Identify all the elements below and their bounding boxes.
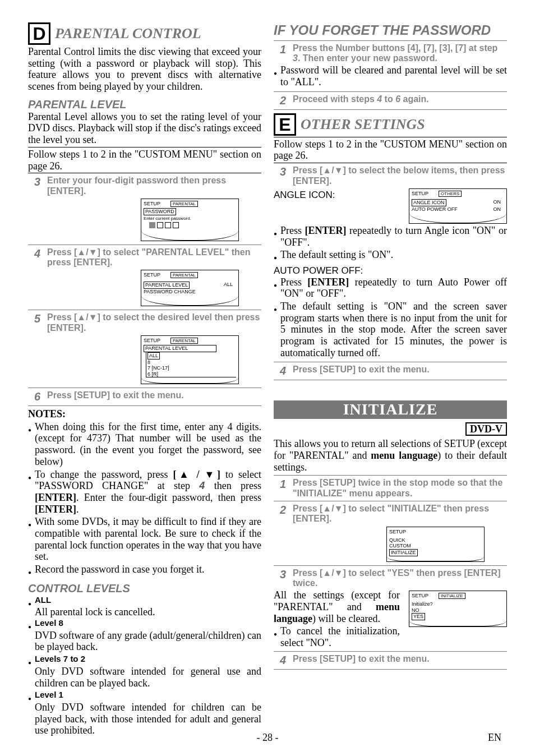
angle-icon-bullet: Press [ENTER] repeatedly to turn Angle i… — [274, 225, 507, 249]
section-e-letter: E — [274, 113, 296, 136]
step-5-number: 5 — [28, 312, 40, 333]
step-6-number: 6 — [28, 390, 40, 403]
init-step-2-number: 2 — [274, 504, 286, 524]
screen-row: Enter current password. — [144, 216, 236, 221]
forget-step-1-number: 1 — [274, 43, 286, 64]
init-step-1-number: 1 — [274, 478, 286, 499]
notes-heading: NOTES: — [28, 408, 261, 420]
follow-steps-d: Follow steps 1 to 2 in the "CUSTOM MENU"… — [28, 149, 261, 172]
screen-tab: SETUP — [412, 593, 428, 599]
section-d-title: PARENTAL CONTROL — [55, 25, 201, 42]
e-step-4-text: Press [SETUP] to exit the menu. — [293, 365, 507, 377]
control-levels-heading: CONTROL LEVELS — [28, 582, 261, 595]
screen-option: 7 [NC-17] — [147, 365, 236, 371]
init-cancel-bullet: To cancel the initialization, select "NO… — [274, 625, 400, 648]
screen-tab: PARENTAL — [170, 338, 198, 344]
screen-option: INITIALIZE — [389, 549, 418, 556]
forget-password-heading: IF YOU FORGET THE PASSWORD — [274, 22, 507, 38]
screen-option: YES — [412, 613, 425, 620]
screen-tab: SETUP — [412, 191, 428, 197]
left-column: D PARENTAL CONTROL Parental Control limi… — [28, 22, 261, 737]
angle-icon-bullet: The default setting is "ON". — [274, 249, 507, 262]
dvd-v-tag: DVD-V — [465, 422, 507, 436]
right-column: IF YOU FORGET THE PASSWORD 1 Press the N… — [274, 22, 507, 737]
screen-option: 6 [R] — [147, 371, 236, 377]
page-footer: - 28 - EN — [0, 732, 535, 744]
step-5-text: Press [▲/▼] to select the desired level … — [47, 312, 261, 333]
step-4-number: 4 — [28, 247, 40, 268]
forget-bullet: Password will be cleared and parental le… — [274, 64, 507, 89]
e-step-4-number: 4 — [274, 365, 286, 377]
screen-value: ALL — [224, 282, 233, 289]
init-step-2-text: Press [▲/▼] to select "INITIALIZE" then … — [293, 504, 507, 524]
apo-bullet: The default setting is "ON" and the scre… — [274, 301, 507, 359]
screen-option: 8 — [147, 359, 236, 365]
initialize-intro: This allows you to return all selections… — [274, 438, 507, 473]
screen-row: ANGLE ICON — [412, 199, 446, 206]
section-e-title: OTHER SETTINGS — [301, 116, 425, 133]
note-item: When doing this for the first time, ente… — [28, 421, 261, 469]
screen-tab: PARENTAL — [170, 272, 198, 278]
forget-step-2-number: 2 — [274, 94, 286, 107]
screen-row: PASSWORD CHANGE — [144, 289, 196, 295]
screen-option: ALL — [147, 352, 160, 359]
screen-tab: SETUP — [389, 529, 406, 535]
e-step-3-text: Press [▲/▼] to select the below items, t… — [293, 165, 507, 186]
control-level-item: Levels 7 to 2 Only DVD software intended… — [28, 654, 261, 689]
follow-steps-e: Follow steps 1 to 2 in the "CUSTOM MENU"… — [274, 139, 507, 162]
parental-intro: Parental Control limits the disc viewing… — [28, 46, 261, 93]
section-d-letter: D — [28, 22, 50, 45]
screen-level-select: SETUP PARENTAL PARENTAL LEVEL ALL 8 7 [N… — [141, 335, 239, 384]
control-level-item: Level 8 DVD software of any grade (adult… — [28, 618, 261, 653]
init-result: All the settings (except for "PARENTAL" … — [274, 589, 400, 624]
screen-initialize-menu: SETUP QUICK CUSTOM INITIALIZE — [386, 527, 485, 562]
control-level-item: ALL All parental lock is cancelled. — [28, 595, 261, 618]
note-item: With some DVDs, it may be difficult to f… — [28, 516, 261, 564]
screen-value: ON — [494, 199, 501, 206]
init-step-3-number: 3 — [274, 568, 286, 589]
screen-parental-level: SETUP PARENTAL PARENTAL LEVELALL PASSWOR… — [141, 270, 239, 306]
parental-level-intro: Parental Level allows you to set the rat… — [28, 111, 261, 146]
init-step-4-text: Press [SETUP] to exit the menu. — [293, 654, 507, 667]
e-step-3-number: 3 — [274, 165, 286, 186]
screen-tab: SETUP — [144, 338, 160, 344]
screen-tab: SETUP — [144, 201, 160, 207]
apo-bullet: Press [ENTER] repeatedly to turn Auto Po… — [274, 276, 507, 301]
step-6-text: Press [SETUP] to exit the menu. — [47, 390, 261, 403]
screen-tab: OTHERS — [439, 191, 462, 197]
screen-row: Initialize? — [412, 601, 504, 607]
screen-row: PARENTAL LEVEL — [144, 345, 216, 352]
control-level-item: Level 1 Only DVD software intended for c… — [28, 690, 261, 736]
screen-row: PASSWORD — [144, 208, 176, 215]
initialize-banner: INITIALIZE — [274, 400, 507, 418]
screen-tab: PARENTAL — [170, 201, 198, 207]
screen-initialize-confirm: SETUP INITIALIZE Initialize? NO YES — [409, 591, 507, 627]
step-4-text: Press [▲/▼] to select "PARENTAL LEVEL" t… — [47, 247, 261, 268]
screen-password: SETUP PARENTAL PASSWORD Enter current pa… — [141, 199, 239, 241]
init-step-1-text: Press [SETUP] twice in the stop mode so … — [293, 478, 507, 499]
step-3-number: 3 — [28, 176, 40, 196]
screen-others: SETUP OTHERS ANGLE ICONON AUTO POWER OFF… — [409, 188, 507, 224]
note-item: Record the password in case you forget i… — [28, 564, 261, 577]
auto-power-off-heading: AUTO POWER OFF: — [274, 265, 507, 276]
parental-level-heading: PARENTAL LEVEL — [28, 98, 261, 111]
screen-option: NO — [412, 607, 504, 613]
init-step-3-text: Press [▲/▼] to select "YES" then press [… — [293, 568, 507, 589]
note-item: To change the password, press [▲ / ▼] to… — [28, 469, 261, 517]
init-step-4-number: 4 — [274, 654, 286, 667]
step-3-text: Enter your four-digit password then pres… — [47, 176, 261, 196]
screen-tab: SETUP — [144, 272, 160, 278]
password-digits — [149, 222, 236, 229]
forget-step-2-text: Proceed with steps 4 to 6 again. — [293, 94, 507, 107]
screen-value: ON — [494, 206, 501, 213]
screen-option: CUSTOM — [389, 543, 482, 548]
screen-row: PARENTAL LEVEL — [144, 282, 190, 289]
screen-option: QUICK — [389, 537, 482, 543]
forget-step-1-text: Press the Number buttons [4], [7], [3], … — [293, 43, 507, 64]
screen-row: AUTO POWER OFF — [412, 206, 458, 213]
screen-tab: INITIALIZE — [439, 593, 465, 599]
